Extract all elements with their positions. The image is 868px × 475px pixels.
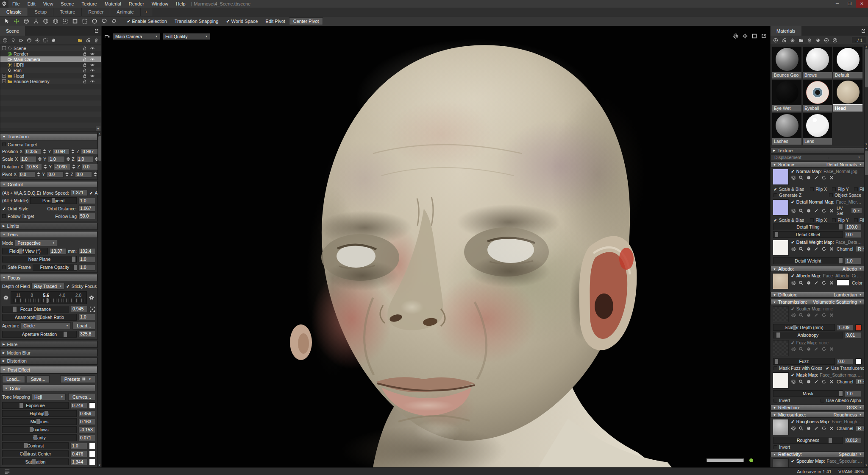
limits-header[interactable]: ▶Limits xyxy=(0,223,97,230)
viewport-zoom-slider[interactable] xyxy=(707,458,744,462)
contrast-center-field[interactable]: 0.476 xyxy=(70,451,87,457)
flip-x-checkbox[interactable] xyxy=(810,187,814,191)
lens-header[interactable]: ▼Lens xyxy=(0,231,97,238)
map-reload-icon[interactable] xyxy=(821,379,826,384)
tone-mapping-dropdown[interactable]: Hejl▼ xyxy=(32,394,66,400)
microsurface-header[interactable]: ▼Microsurface:Roughness▼ xyxy=(771,412,864,418)
lock-icon[interactable] xyxy=(82,46,87,51)
map-search-icon[interactable] xyxy=(798,426,804,431)
shadows-field[interactable]: -0.153 xyxy=(78,427,95,433)
focus-distance-slider[interactable]: Focus Distance xyxy=(2,306,69,313)
center-pivot-button[interactable]: Center Pivot xyxy=(289,17,323,25)
map-edit-icon[interactable] xyxy=(814,346,819,352)
map-search-icon[interactable] xyxy=(798,313,804,318)
map-reload-icon[interactable] xyxy=(821,280,826,285)
visibility-icon[interactable] xyxy=(90,62,95,67)
visibility-icon[interactable] xyxy=(90,57,95,62)
clarity-field[interactable]: 0.071 xyxy=(78,435,95,441)
material-grid-scrollbar[interactable]: ▲▼ xyxy=(864,45,868,146)
lock-icon[interactable] xyxy=(82,79,87,84)
viewport-camera-dropdown[interactable]: Main Camera▼ xyxy=(113,33,160,40)
tab-animate[interactable]: Animate xyxy=(110,8,140,16)
map-clear-icon[interactable] xyxy=(829,246,834,251)
contrast-slider[interactable]: Contrast xyxy=(2,442,69,449)
scatter-depth-field[interactable]: 1.709 xyxy=(837,324,854,331)
diffusion-header[interactable]: ▼Diffusion:Lambertian▼ xyxy=(771,292,864,298)
menu-help[interactable]: Help xyxy=(172,1,189,6)
lock-icon[interactable] xyxy=(82,62,87,67)
frame-opacity-field[interactable]: 1.0 xyxy=(78,264,95,271)
pan-speed-field[interactable]: 1.0 xyxy=(78,198,95,204)
post-effect-save-button[interactable]: Save... xyxy=(27,375,50,383)
delete-material-icon[interactable] xyxy=(807,38,812,43)
map-settings-icon[interactable] xyxy=(791,175,796,180)
world-space-toggle[interactable]: ✓World Space xyxy=(226,19,258,24)
map-clear-icon[interactable] xyxy=(829,175,834,180)
contrast-field[interactable]: 1.0 xyxy=(70,443,87,449)
pivot-x-stepper[interactable] xyxy=(37,172,40,176)
console-log-icon[interactable] xyxy=(4,469,10,475)
mask-map-thumbnail[interactable] xyxy=(773,372,789,388)
exposure-slider[interactable]: Exposure xyxy=(2,402,69,409)
right-panel-scrollbar[interactable]: ▲▼ xyxy=(864,146,868,467)
fuzz-color-swatch[interactable] xyxy=(855,358,862,365)
detail-offset-field[interactable]: 0.0 xyxy=(845,232,862,238)
viewport-quality-dropdown[interactable]: Full Quality▼ xyxy=(163,33,210,40)
scale-y-stepper[interactable] xyxy=(67,157,70,161)
safe-frame-checkbox[interactable] xyxy=(2,265,6,269)
mask-slider[interactable]: Mask xyxy=(773,390,843,397)
scale-tool-icon[interactable] xyxy=(31,17,41,25)
highlights-field[interactable]: 0.459 xyxy=(78,411,95,417)
app-logo[interactable] xyxy=(0,0,8,8)
close-button[interactable]: ✕ xyxy=(856,0,868,8)
pick-focus-target-icon[interactable] xyxy=(89,306,95,312)
sphere-gizmo-icon[interactable] xyxy=(50,17,60,25)
material-tile-eyeball[interactable]: Eyeball xyxy=(803,80,832,112)
new-folder-icon[interactable] xyxy=(78,38,83,43)
fuzz-slider[interactable]: Fuzz xyxy=(773,358,835,365)
map-clear-icon[interactable] xyxy=(829,280,834,285)
shadows-slider[interactable]: Shadows xyxy=(2,426,77,433)
map-search-icon[interactable] xyxy=(798,175,804,180)
invert-mask-checkbox[interactable] xyxy=(773,399,777,402)
pivot-y-stepper[interactable] xyxy=(65,172,69,176)
position-z-field[interactable]: 0.987 xyxy=(81,148,97,155)
post-effect-header[interactable]: ▼Post Effect xyxy=(0,366,97,374)
detail-weight-slider[interactable]: Detail Weight xyxy=(773,257,843,264)
map-reload-icon[interactable] xyxy=(821,313,826,318)
tab-classic[interactable]: Classic xyxy=(0,8,28,16)
viewport-popout-icon[interactable] xyxy=(761,33,767,39)
visibility-icon[interactable] xyxy=(90,46,95,51)
add-camera-icon[interactable] xyxy=(19,38,24,43)
highlights-slider[interactable]: Highlights xyxy=(2,410,77,417)
dof-mode-dropdown[interactable]: Ray Traced▼ xyxy=(31,283,64,290)
tree-item-rim[interactable]: Rim xyxy=(0,67,101,73)
viewport-maximize-icon[interactable] xyxy=(751,33,757,39)
anamorphic-bokeh-slider[interactable]: Anamorphic Bokeh Ratio xyxy=(2,314,77,321)
albedo-map-thumbnail[interactable] xyxy=(773,273,789,289)
add-sky-icon[interactable] xyxy=(35,38,40,43)
map-search-icon[interactable] xyxy=(798,208,804,213)
object-space-checkbox[interactable] xyxy=(829,193,833,197)
material-tile-bounce-geo[interactable]: Bounce Geo xyxy=(772,47,801,78)
aperture-rotation-slider[interactable]: Aperture Rotation xyxy=(2,331,77,338)
fov-mm-field[interactable]: 102.4 xyxy=(78,248,95,254)
invert-roughness-checkbox[interactable] xyxy=(773,445,777,449)
maximize-button[interactable]: ❐ xyxy=(843,0,856,8)
move-speed-field[interactable]: 1.371 xyxy=(71,190,88,196)
map-clear-icon[interactable] xyxy=(829,208,834,213)
material-tile-lashes[interactable]: Lashes xyxy=(772,113,801,145)
pan-speed-slider[interactable]: Pan Speed xyxy=(30,197,77,204)
pivot-z-field[interactable]: 0.0 xyxy=(75,171,92,178)
map-settings-icon[interactable] xyxy=(791,313,796,318)
orbit-style-checkbox[interactable]: Orbit Style xyxy=(8,206,28,211)
detail-tiling-slider[interactable]: Detail Tiling xyxy=(773,224,843,230)
map-edit-icon[interactable] xyxy=(814,175,819,180)
map-reload-icon[interactable] xyxy=(821,175,826,180)
map-clear-icon[interactable] xyxy=(829,313,834,318)
rotate-tool-icon[interactable] xyxy=(21,17,31,25)
map-search-icon[interactable] xyxy=(798,379,804,384)
pivot-x-field[interactable]: 0.0 xyxy=(18,171,35,178)
map-clear-icon[interactable] xyxy=(829,379,834,384)
rect-marquee-select-icon[interactable] xyxy=(80,17,89,25)
